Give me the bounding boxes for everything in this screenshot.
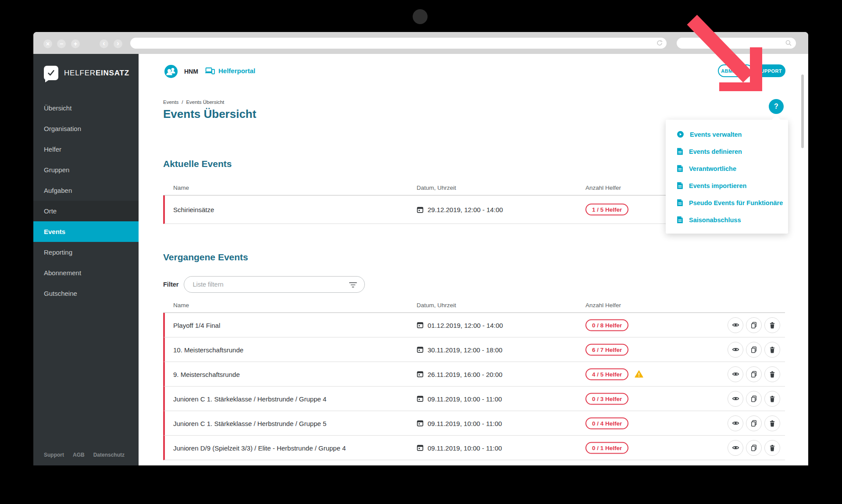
trash-icon	[769, 395, 776, 402]
event-datetime: 09.11.2019, 10:00 - 11:00	[417, 444, 502, 451]
sidebar-item-aufgaben[interactable]: Aufgaben	[33, 180, 139, 201]
view-button[interactable]	[728, 391, 743, 407]
duplicate-button[interactable]	[746, 440, 762, 456]
duplicate-button[interactable]	[746, 391, 762, 407]
document-icon	[677, 148, 683, 155]
duplicate-button[interactable]	[746, 366, 762, 382]
document-icon	[677, 199, 683, 206]
delete-button[interactable]	[764, 342, 780, 358]
app-logo: HELFEREINSATZ	[44, 66, 129, 80]
sidebar-item-gutscheine[interactable]: Gutscheine	[33, 283, 139, 304]
helfer-count-badge: 1 / 5 Helfer	[585, 204, 628, 216]
column-helfer: Anzahl Helfer	[585, 302, 621, 309]
trash-icon	[769, 444, 776, 451]
view-button[interactable]	[728, 366, 743, 382]
copy-icon	[750, 371, 757, 378]
footer-link-agb[interactable]: AGB	[73, 452, 85, 458]
sidebar: HELFEREINSATZ Übersicht Organisation Hel…	[33, 54, 139, 465]
calendar-icon	[417, 444, 424, 451]
help-menu-item-events-importieren[interactable]: Events importieren	[666, 177, 788, 194]
avatar[interactable]	[164, 65, 178, 78]
browser-forward-button[interactable]: ›	[114, 39, 122, 48]
filter-label: Filter	[163, 281, 178, 288]
table-header: Name Datum, Uhrzeit Anzahl Helfer	[163, 298, 785, 313]
page-scrollbar[interactable]	[801, 75, 804, 148]
help-menu-item-verantwortliche[interactable]: Verantwortliche	[666, 160, 788, 177]
sidebar-item-reporting[interactable]: Reporting	[33, 242, 139, 263]
helfer-count-cell: 1 / 5 Helfer	[585, 204, 628, 216]
delete-button[interactable]	[764, 366, 780, 382]
url-bar[interactable]	[130, 38, 667, 49]
sidebar-item-abonnement[interactable]: Abonnement	[33, 263, 139, 283]
table-row[interactable]: Playoff 1/4 Final 01.12.2019, 12:00 - 14…	[163, 313, 785, 337]
calendar-icon	[417, 371, 424, 378]
help-menu-item-events-definieren[interactable]: Events definieren	[666, 143, 788, 160]
sidebar-item-gruppen[interactable]: Gruppen	[33, 160, 139, 180]
window-minimize-button[interactable]: −	[57, 39, 66, 48]
copy-icon	[750, 322, 757, 329]
sidebar-item-uebersicht[interactable]: Übersicht	[33, 98, 139, 118]
delete-button[interactable]	[764, 391, 780, 407]
helfer-count-cell: 0 / 3 Helfer	[585, 393, 628, 405]
event-datetime: 09.11.2019, 10:00 - 11:00	[417, 419, 502, 427]
help-menu-item-pseudo-events[interactable]: Pseudo Events für Funktionäre	[666, 194, 788, 211]
event-datetime: 01.12.2019, 12:00 - 14:00	[417, 321, 503, 329]
window-close-button[interactable]: ×	[43, 39, 52, 48]
delete-button[interactable]	[764, 415, 780, 431]
view-button[interactable]	[728, 317, 743, 333]
calendar-icon	[417, 322, 424, 329]
devices-icon	[205, 67, 215, 75]
help-menu-item-events-verwalten[interactable]: Events verwalten	[666, 126, 788, 143]
column-helfer: Anzahl Helfer	[585, 185, 621, 191]
table-row[interactable]: Junioren C 1. Stärkeklasse / Herbstrunde…	[163, 411, 785, 436]
window-maximize-button[interactable]: +	[71, 39, 80, 48]
duplicate-button[interactable]	[746, 415, 762, 431]
delete-button[interactable]	[764, 440, 780, 456]
delete-button[interactable]	[764, 317, 780, 333]
event-name: Junioren C 1. Stärkeklasse / Herbstrunde…	[173, 419, 326, 427]
sidebar-footer: Support AGB Datenschutz	[44, 452, 125, 458]
avatar-label: HNM	[184, 68, 198, 75]
event-name: Junioren C 1. Stärkeklasse / Herbstrunde…	[173, 395, 326, 402]
table-row[interactable]: 9. Meisterschaftsrunde 26.11.2019, 16:00…	[163, 362, 785, 387]
event-name: Junioren D/9 (Spielzeit 3/3) / Elite - H…	[173, 444, 346, 451]
event-datetime: 09.11.2019, 10:00 - 11:00	[417, 395, 502, 402]
table-row[interactable]: Junioren C 1. Stärkeklasse / Herbstrunde…	[163, 387, 785, 411]
browser-back-button[interactable]: ‹	[100, 39, 108, 48]
sidebar-menu: Übersicht Organisation Helfer Gruppen Au…	[33, 98, 139, 304]
sidebar-item-helfer[interactable]: Helfer	[33, 139, 139, 160]
footer-link-support[interactable]: Support	[44, 452, 64, 458]
view-button[interactable]	[728, 342, 743, 358]
breadcrumb: Events / Events Übersicht	[163, 99, 224, 105]
duplicate-button[interactable]	[746, 317, 762, 333]
column-name: Name	[173, 302, 189, 309]
filter-input[interactable]	[184, 281, 364, 288]
reload-icon[interactable]	[656, 39, 663, 46]
camera-dot	[413, 9, 428, 24]
eye-icon	[732, 395, 739, 402]
past-events-table: Name Datum, Uhrzeit Anzahl Helfer Playof…	[163, 298, 785, 460]
sidebar-item-organisation[interactable]: Organisation	[33, 118, 139, 139]
help-menu-item-saisonabschluss[interactable]: Saisonabschluss	[666, 211, 788, 228]
view-button[interactable]	[728, 440, 743, 456]
sidebar-item-orte[interactable]: Orte	[33, 201, 139, 221]
trash-icon	[769, 420, 776, 427]
helfer-count-cell: 0 / 1 Helfer	[585, 442, 628, 454]
table-row[interactable]: Junioren D/9 (Spielzeit 3/3) / Elite - H…	[163, 436, 785, 460]
helferportal-link[interactable]: Helferportal	[205, 67, 255, 75]
copy-icon	[750, 444, 757, 451]
helfer-count-cell: 0 / 4 Helfer	[585, 417, 628, 429]
footer-link-datenschutz[interactable]: Datenschutz	[93, 452, 125, 458]
logo-text: HELFEREINSATZ	[64, 69, 129, 78]
filter-icon[interactable]	[349, 282, 357, 288]
duplicate-button[interactable]	[746, 342, 762, 358]
breadcrumb-events[interactable]: Events	[163, 99, 178, 105]
sidebar-item-events[interactable]: Events	[33, 221, 139, 242]
eye-icon	[732, 346, 739, 353]
trash-icon	[769, 346, 776, 353]
column-datetime: Datum, Uhrzeit	[417, 185, 456, 191]
event-name: 9. Meisterschaftsrunde	[173, 370, 240, 378]
table-row[interactable]: 10. Meisterschaftsrunde 30.11.2019, 12:0…	[163, 337, 785, 362]
event-datetime: 29.12.2019, 12:00 - 14:00	[417, 206, 503, 213]
view-button[interactable]	[728, 415, 743, 431]
